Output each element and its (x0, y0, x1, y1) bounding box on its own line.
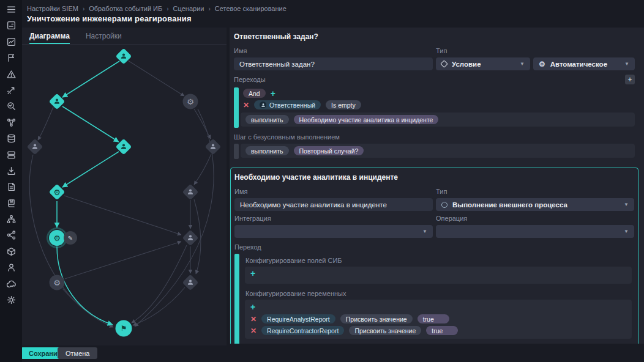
step-card-analyst-selected: Необходимо участие аналитика в инциденте… (230, 168, 638, 344)
svg-text:⚙: ⚙ (53, 278, 61, 287)
variable-action-chip[interactable]: Присвоить значение (340, 314, 413, 323)
tables-icon[interactable] (6, 150, 17, 160)
unconditional-group: выполнить Повторный случай? (234, 144, 635, 159)
step-type-select[interactable]: Выполнение внешнего процесса ▼ (436, 198, 634, 211)
unconditional-accent-bar (234, 144, 239, 159)
transition-group: And + ✕ Ответственный Is empty выполнить… (234, 87, 635, 128)
variable-value-chip[interactable]: true (417, 314, 449, 323)
svg-text:⚙: ⚙ (53, 188, 61, 197)
condition-operator-chip[interactable]: Is empty (326, 100, 361, 109)
diagram-panel: Диаграмма Настройки (22, 28, 227, 345)
variable-name-chip[interactable]: RequireContractorReport (261, 326, 344, 335)
svg-text:⚙: ⚙ (187, 97, 194, 106)
node-condition-gray[interactable] (27, 139, 43, 155)
menu-icon[interactable] (6, 4, 17, 15)
reports-icon[interactable] (6, 182, 17, 192)
variable-value-chip[interactable]: true (426, 326, 458, 335)
variable-action-chip[interactable]: Присвоить значение (349, 326, 421, 335)
topology-icon[interactable] (6, 117, 17, 128)
name-label: Имя (234, 188, 433, 195)
breadcrumb: Настройки SIEM›Обработка событий ИБ›Сцен… (27, 5, 286, 12)
node-auto-step-gray[interactable]: ⚙ (50, 275, 65, 290)
transition-accent-bar (234, 87, 239, 128)
integrations-icon[interactable] (6, 230, 17, 240)
person-icon (260, 102, 266, 108)
node-condition-active[interactable] (49, 94, 66, 110)
add-field-icon[interactable]: + (250, 268, 255, 278)
chevron-right-icon: › (208, 6, 210, 12)
step-type-select[interactable]: Условие ▼ (436, 57, 530, 70)
target-step-chip[interactable]: Повторный случай? (294, 146, 364, 155)
step-name-value: Необходимо участие аналитика в инциденте (240, 201, 387, 209)
node-condition-gray[interactable] (182, 184, 199, 201)
chevron-down-icon: ▼ (624, 202, 629, 207)
cancel-button[interactable]: Отмена (58, 347, 97, 359)
fields-config-box: + (245, 267, 632, 284)
breadcrumb-item[interactable]: Настройки SIEM (27, 5, 78, 12)
unconditional-action-row: выполнить Повторный случай? (241, 144, 635, 158)
diagram-canvas[interactable]: ⚙ ⚙ ⚙ ✎ ⚙ ⚑ (22, 45, 227, 345)
operation-label: Операция (436, 215, 634, 222)
attacks-icon[interactable] (6, 85, 17, 95)
flag-icon: ⚑ (121, 324, 127, 333)
remove-variable-icon[interactable]: ✕ (250, 316, 256, 323)
gear-icon: ⚙ (539, 61, 545, 68)
add-variable-icon[interactable]: + (250, 302, 255, 312)
operation-select[interactable]: ▼ (436, 225, 634, 238)
settings-icon[interactable] (6, 295, 17, 305)
node-condition-gray[interactable] (182, 275, 199, 291)
node-condition-gray[interactable] (205, 139, 222, 155)
integration-label: Интеграция (234, 215, 433, 222)
chevron-down-icon: ▼ (422, 229, 427, 234)
execute-chip[interactable]: выполнить (245, 115, 289, 124)
node-auto-step[interactable]: ⚙ (183, 94, 198, 109)
step-type-value: Условие (452, 61, 481, 68)
type-label: Тип (436, 47, 635, 54)
integration-select[interactable]: ▼ (234, 225, 433, 238)
add-transition-button[interactable]: + (625, 75, 635, 84)
audit-icon[interactable] (6, 101, 17, 111)
node-condition-gray[interactable] (182, 230, 199, 246)
breadcrumb-item[interactable]: Обработка событий ИБ (89, 5, 162, 12)
condition-type-icon (440, 60, 448, 68)
transition-action-row: выполнить Необходимо участие аналитика в… (241, 113, 635, 127)
import-icon[interactable] (6, 166, 17, 176)
storage-icon[interactable] (6, 133, 17, 144)
assets-icon[interactable] (6, 246, 17, 257)
node-external-process-selected[interactable]: ⚙ (48, 229, 67, 248)
knowledge-base-icon[interactable] (6, 198, 17, 209)
condition-field-label: Ответственный (269, 102, 315, 109)
users-icon[interactable] (6, 262, 17, 273)
condition-field-chip[interactable]: Ответственный (254, 100, 321, 109)
summary-icon[interactable] (6, 20, 17, 31)
operator-chip[interactable]: And (243, 89, 266, 98)
transition-label: Переход (234, 243, 634, 251)
execute-chip[interactable]: выполнить (245, 146, 289, 155)
target-step-chip[interactable]: Необходимо участие аналитика в инциденте (294, 115, 439, 124)
node-gear-condition-active[interactable]: ⚙ (49, 184, 66, 201)
step-name-input[interactable]: Необходимо участие аналитика в инциденте (234, 198, 433, 211)
remove-condition-icon[interactable]: ✕ (243, 102, 249, 109)
step-title: Необходимо участие аналитика в инциденте (234, 173, 634, 182)
breadcrumb-item[interactable]: Сценарии (173, 5, 204, 12)
incidents-icon[interactable] (6, 69, 17, 79)
monitoring-icon[interactable] (6, 279, 17, 289)
properties-pane: Ответственный задан? Имя Ответственный з… (230, 28, 644, 344)
tab-diagram[interactable]: Диаграмма (29, 28, 70, 44)
breadcrumb-item[interactable]: Сетевое сканирование (215, 5, 286, 12)
node-final-step[interactable]: ⚑ (116, 320, 132, 337)
step-name-input[interactable]: Ответственный задан? (234, 57, 433, 70)
edit-node-button[interactable]: ✎ (64, 231, 77, 245)
events-icon[interactable] (6, 37, 17, 47)
svg-text:⚙: ⚙ (53, 234, 61, 243)
flag-icon[interactable] (6, 53, 17, 63)
hierarchy-icon[interactable] (6, 214, 17, 224)
step-card-responsible: Ответственный задан? Имя Ответственный з… (230, 28, 644, 164)
tab-settings[interactable]: Настройки (86, 28, 122, 44)
remove-variable-icon[interactable]: ✕ (250, 327, 256, 334)
unconditional-step-label: Шаг с безусловным выполнением (234, 133, 635, 141)
variable-name-chip[interactable]: RequireAnalystReport (261, 314, 335, 323)
add-condition-icon[interactable]: + (271, 89, 275, 98)
step-type-value: Выполнение внешнего процесса (452, 201, 567, 209)
exec-mode-select[interactable]: ⚙ Автоматическое ▼ (533, 57, 635, 70)
